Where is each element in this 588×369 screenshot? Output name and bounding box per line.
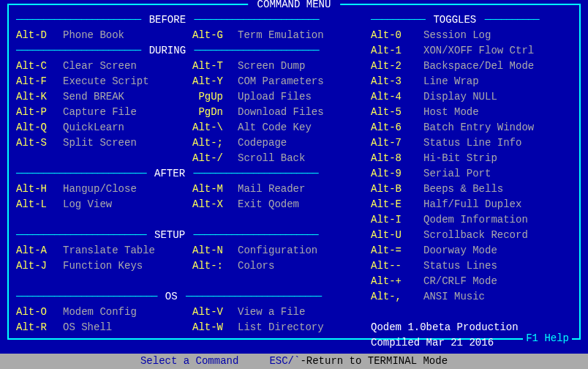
key-label: Alt-8 — [371, 151, 423, 166]
command-desc: Hangup/Close — [63, 182, 191, 197]
command-row[interactable]: Alt-FExecute ScriptAlt-YCOM Parameters — [16, 74, 363, 89]
command-row[interactable]: Alt-KSend BREAKPgUpUpload Files — [16, 89, 363, 105]
toggle-desc: Doorway Mode — [423, 243, 497, 258]
command-desc: QuickLearn — [63, 120, 191, 135]
key-label: Alt-F — [16, 74, 63, 89]
toggle-row[interactable]: Alt-BBeeps & Bells — [371, 182, 576, 197]
left-column: ─────────────────────── BEFORE ─────────… — [12, 12, 363, 331]
toggle-row[interactable]: Alt-0Session Log — [371, 28, 576, 43]
toggle-row[interactable]: Alt-5Host Mode — [371, 105, 576, 120]
toggle-row[interactable]: Alt-3Line Wrap — [371, 74, 576, 89]
command-desc: OS Shell — [63, 320, 191, 335]
command-row[interactable]: Alt-SSplit ScreenAlt-;Codepage — [16, 135, 363, 151]
key-label: Alt-U — [371, 228, 423, 243]
toggle-desc: Scrollback Record — [423, 228, 528, 243]
key-label: Alt-6 — [371, 120, 423, 135]
key-label: Alt-B — [371, 182, 423, 197]
key-label: PgUp — [191, 89, 238, 105]
key-label: Alt-R — [16, 320, 63, 335]
toggle-row[interactable]: Alt-8Hi-Bit Strip — [371, 151, 576, 166]
section-toggles: ────────── TOGGLES ────────── — [371, 12, 576, 28]
command-row[interactable]: Alt-DPhone BookAlt-GTerm Emulation — [16, 28, 363, 43]
section-after: ──────────────────────── AFTER ─────────… — [16, 166, 363, 182]
key-label: Alt-O — [16, 305, 63, 320]
toggle-desc: Session Log — [423, 28, 491, 43]
key-label: Alt-0 — [371, 28, 423, 43]
toggle-row[interactable]: Alt-1XON/XOFF Flow Ctrl — [371, 43, 576, 59]
status-esc[interactable]: ESC/` — [269, 355, 300, 367]
key-label: Alt-G — [191, 28, 238, 43]
command-desc — [63, 151, 191, 166]
toggle-row[interactable]: Alt-6Batch Entry Window — [371, 120, 576, 135]
toggle-row[interactable]: Alt-2Backspace/Del Mode — [371, 59, 576, 74]
key-label: Alt-T — [191, 59, 238, 74]
command-row[interactable]: Alt-HHangup/CloseAlt-MMail Reader — [16, 182, 363, 197]
toggle-row[interactable]: Alt-9Serial Port — [371, 166, 576, 182]
toggle-desc: Beeps & Bells — [423, 182, 503, 197]
toggle-row[interactable]: Alt-+CR/CRLF Mode — [371, 274, 576, 289]
key-label: Alt-/ — [191, 151, 238, 166]
command-row[interactable]: Alt-CClear ScreenAlt-TScreen Dump — [16, 59, 363, 74]
command-desc: Translate Table — [63, 243, 191, 258]
command-row[interactable]: Alt-/Scroll Back — [16, 151, 363, 166]
toggle-desc: Host Mode — [423, 105, 479, 120]
key-label: Alt-; — [191, 135, 238, 151]
key-label: PgDn — [191, 105, 238, 120]
key-label: Alt-9 — [371, 166, 423, 182]
key-label: Alt-+ — [371, 274, 423, 289]
toggle-desc: Qodem Information — [423, 212, 528, 228]
toggle-desc: Hi-Bit Strip — [423, 151, 497, 166]
command-desc: Phone Book — [63, 28, 191, 43]
command-desc: Download Files — [238, 105, 363, 120]
right-column: ────────── TOGGLES ────────── Alt-0Sessi… — [363, 12, 576, 331]
key-label: Alt-P — [16, 105, 63, 120]
key-label: Alt-H — [16, 182, 63, 197]
window-title: COMMAND MENU — [248, 0, 340, 12]
command-desc: Log View — [63, 197, 191, 212]
toggle-row[interactable]: Alt-EHalf/Full Duplex — [371, 197, 576, 212]
command-row[interactable]: Alt-QQuickLearnAlt-\Alt Code Key — [16, 120, 363, 135]
key-label: Alt-V — [191, 305, 238, 320]
toggle-row[interactable]: Alt--Status Lines — [371, 258, 576, 274]
command-desc: Split Screen — [63, 135, 191, 151]
command-desc: Capture File — [63, 105, 191, 120]
command-desc: Clear Screen — [63, 59, 191, 74]
version-line1: Qodem 1.0beta Production — [371, 320, 576, 335]
toggle-desc: Display NULL — [423, 89, 497, 105]
key-label: Alt-, — [371, 289, 423, 305]
command-row[interactable]: Alt-OModem ConfigAlt-VView a File — [16, 305, 363, 320]
toggle-desc: Backspace/Del Mode — [423, 59, 534, 74]
command-row[interactable]: Alt-ATranslate TableAlt-NConfiguration — [16, 243, 363, 258]
section-os: ────────────────────────── OS ──────────… — [16, 289, 363, 305]
toggle-row[interactable]: Alt-7Status Line Info — [371, 135, 576, 151]
status-bar: Select a Command ESC/`-Return to TERMINA… — [0, 354, 588, 369]
command-desc: Execute Script — [63, 74, 191, 89]
toggle-row[interactable]: Alt-UScrollback Record — [371, 228, 576, 243]
key-label: Alt-W — [191, 320, 238, 335]
key-label: Alt-Q — [16, 120, 63, 135]
key-label: Alt-1 — [371, 43, 423, 59]
toggle-desc: Status Line Info — [423, 135, 521, 151]
command-desc: Send BREAK — [63, 89, 191, 105]
key-label: Alt-C — [16, 59, 63, 74]
command-row[interactable]: Alt-JFunction KeysAlt-:Colors — [16, 258, 363, 274]
command-desc: Codepage — [238, 135, 363, 151]
toggle-row[interactable]: Alt-,ANSI Music — [371, 289, 576, 305]
section-during: ─────────────────────── DURING ─────────… — [16, 43, 363, 59]
key-label: Alt-3 — [371, 74, 423, 89]
key-label: Alt-- — [371, 258, 423, 274]
command-row[interactable]: Alt-PCapture FilePgDnDownload Files — [16, 105, 363, 120]
content-area: ─────────────────────── BEFORE ─────────… — [12, 12, 576, 331]
toggle-desc: XON/XOFF Flow Ctrl — [423, 43, 534, 59]
toggle-row[interactable]: Alt-4Display NULL — [371, 89, 576, 105]
key-label: Alt-5 — [371, 105, 423, 120]
toggle-row[interactable]: Alt-IQodem Information — [371, 212, 576, 228]
command-row[interactable]: Alt-LLog ViewAlt-XExit Qodem — [16, 197, 363, 212]
toggle-desc: ANSI Music — [423, 289, 485, 305]
toggle-row[interactable]: Alt-=Doorway Mode — [371, 243, 576, 258]
key-label: Alt-J — [16, 258, 63, 274]
key-label — [16, 151, 63, 166]
key-label: Alt-E — [371, 197, 423, 212]
key-label: Alt-D — [16, 28, 63, 43]
command-row[interactable]: Alt-ROS ShellAlt-WList Directory — [16, 320, 363, 335]
